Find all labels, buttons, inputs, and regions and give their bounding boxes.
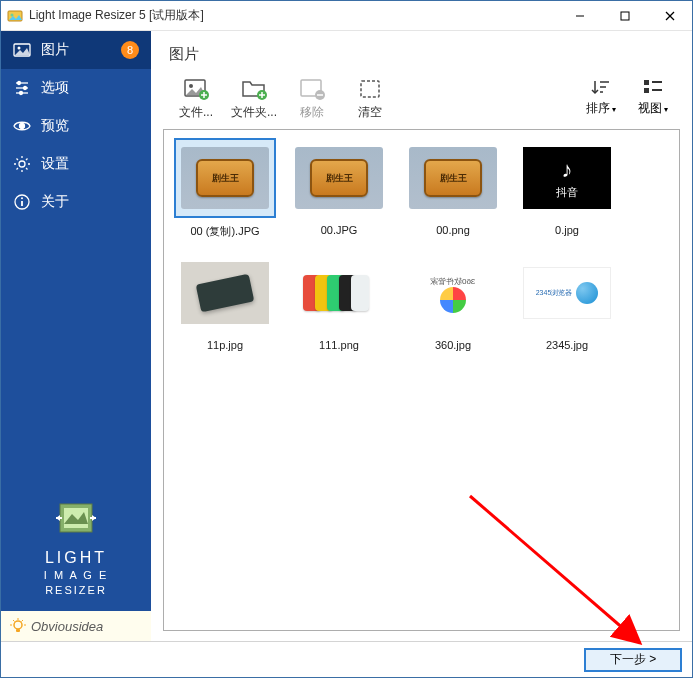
product-logo: LIGHT I M A G E RESIZER	[1, 484, 151, 611]
count-badge: 8	[121, 41, 139, 59]
file-thumbnail: 360软件管家	[404, 255, 502, 331]
svg-rect-49	[644, 88, 649, 93]
file-thumbnail	[290, 255, 388, 331]
add-file-button[interactable]: 文件...	[167, 78, 225, 121]
svg-rect-51	[652, 89, 662, 91]
file-name: 00 (复制).JPG	[190, 224, 259, 239]
file-item[interactable]: 360软件管家360.jpg	[396, 251, 510, 363]
sidebar-item-label: 关于	[41, 193, 69, 211]
add-file-icon	[182, 78, 210, 100]
next-button-label: 下一步 >	[610, 651, 656, 668]
view-icon	[641, 78, 665, 96]
tool-label: 文件...	[179, 104, 213, 121]
sidebar-item-label: 图片	[41, 41, 69, 59]
sidebar-item-settings[interactable]: 设置	[1, 145, 151, 183]
tool-label: 文件夹...	[231, 104, 277, 121]
svg-point-11	[18, 82, 21, 85]
svg-rect-43	[361, 81, 379, 97]
file-name: 0.jpg	[555, 224, 579, 236]
tool-label: 移除	[300, 104, 324, 121]
file-name: 00.png	[436, 224, 470, 236]
add-folder-icon	[240, 78, 268, 100]
svg-rect-3	[621, 12, 629, 20]
svg-line-29	[13, 620, 15, 622]
chevron-down-icon: ▾	[612, 105, 616, 114]
svg-rect-50	[652, 81, 662, 83]
svg-point-25	[14, 621, 22, 629]
svg-rect-48	[644, 80, 649, 85]
file-grid: 剧生王00 (复制).JPG剧生王00.JPG剧生王00.png♪抖音0.jpg…	[168, 136, 675, 363]
sidebar-item-pictures[interactable]: 图片 8	[1, 31, 151, 69]
app-icon	[7, 8, 23, 24]
file-item[interactable]: 剧生王00 (复制).JPG	[168, 136, 282, 251]
info-icon	[13, 193, 31, 211]
file-item[interactable]: 111.png	[282, 251, 396, 363]
file-name: 360.jpg	[435, 339, 471, 351]
svg-marker-24	[92, 515, 96, 521]
close-button[interactable]	[647, 1, 692, 30]
sort-button[interactable]: 排序▾	[578, 78, 624, 117]
file-name: 111.png	[319, 339, 359, 351]
svg-point-18	[21, 197, 23, 199]
file-name: 11p.jpg	[207, 339, 243, 351]
sort-icon	[589, 78, 613, 96]
file-thumbnail: 剧生王	[404, 140, 502, 216]
svg-point-15	[19, 161, 25, 167]
sidebar-item-label: 预览	[41, 117, 69, 135]
file-thumbnail: ♪抖音	[518, 140, 616, 216]
file-item[interactable]: 2345浏览器2345.jpg	[510, 251, 624, 363]
svg-marker-23	[56, 515, 60, 521]
sliders-icon	[13, 79, 31, 97]
maximize-button[interactable]	[602, 1, 647, 30]
app-window: Light Image Resizer 5 [试用版本] 图片 8 选项	[0, 0, 693, 678]
minimize-button[interactable]	[557, 1, 602, 30]
file-thumbnail: 剧生王	[290, 140, 388, 216]
svg-point-14	[20, 124, 25, 129]
brand-text: Obviousidea	[31, 619, 103, 634]
tool-label: 排序	[586, 101, 610, 115]
file-item[interactable]: 剧生王00.png	[396, 136, 510, 251]
view-button[interactable]: 视图▾	[630, 78, 676, 117]
sidebar-item-label: 设置	[41, 155, 69, 173]
window-controls	[557, 1, 692, 30]
svg-point-7	[18, 47, 21, 50]
file-item[interactable]: 11p.jpg	[168, 251, 282, 363]
svg-point-13	[20, 92, 23, 95]
file-item[interactable]: ♪抖音0.jpg	[510, 136, 624, 251]
sidebar-item-preview[interactable]: 预览	[1, 107, 151, 145]
toolbar: 文件... 文件夹... 移除	[163, 78, 680, 129]
remove-button[interactable]: 移除	[283, 78, 341, 121]
file-thumbnail	[176, 255, 274, 331]
sidebar: 图片 8 选项 预览 设置	[1, 31, 151, 641]
sidebar-item-options[interactable]: 选项	[1, 69, 151, 107]
toolbar-right: 排序▾ 视图▾	[578, 78, 676, 117]
eye-icon	[13, 117, 31, 135]
clear-button[interactable]: 清空	[341, 78, 399, 121]
file-item[interactable]: 剧生王00.JPG	[282, 136, 396, 251]
clear-icon	[356, 78, 384, 100]
svg-line-30	[22, 620, 24, 622]
window-title: Light Image Resizer 5 [试用版本]	[29, 7, 557, 24]
sidebar-item-about[interactable]: 关于	[1, 183, 151, 221]
gear-icon	[13, 155, 31, 173]
sidebar-item-label: 选项	[41, 79, 69, 97]
file-name: 00.JPG	[321, 224, 358, 236]
chevron-down-icon: ▾	[664, 105, 668, 114]
app-body: 图片 8 选项 预览 设置	[1, 31, 692, 641]
add-folder-button[interactable]: 文件夹...	[225, 78, 283, 121]
file-thumbnail: 剧生王	[176, 140, 274, 216]
file-grid-container: 剧生王00 (复制).JPG剧生王00.JPG剧生王00.png♪抖音0.jpg…	[163, 129, 680, 631]
next-button[interactable]: 下一步 >	[584, 648, 682, 672]
tool-label: 清空	[358, 104, 382, 121]
svg-point-12	[24, 87, 27, 90]
footer: 下一步 >	[1, 641, 692, 677]
file-thumbnail: 2345浏览器	[518, 255, 616, 331]
file-name: 2345.jpg	[546, 339, 588, 351]
main-pane: 图片 文件... 文件夹...	[151, 31, 692, 641]
logo-icon	[52, 494, 100, 542]
title-bar: Light Image Resizer 5 [试用版本]	[1, 1, 692, 31]
lightbulb-icon	[9, 617, 27, 635]
svg-rect-31	[16, 629, 20, 632]
sidebar-spacer	[1, 221, 151, 484]
brand-bar[interactable]: Obviousidea	[1, 611, 151, 641]
